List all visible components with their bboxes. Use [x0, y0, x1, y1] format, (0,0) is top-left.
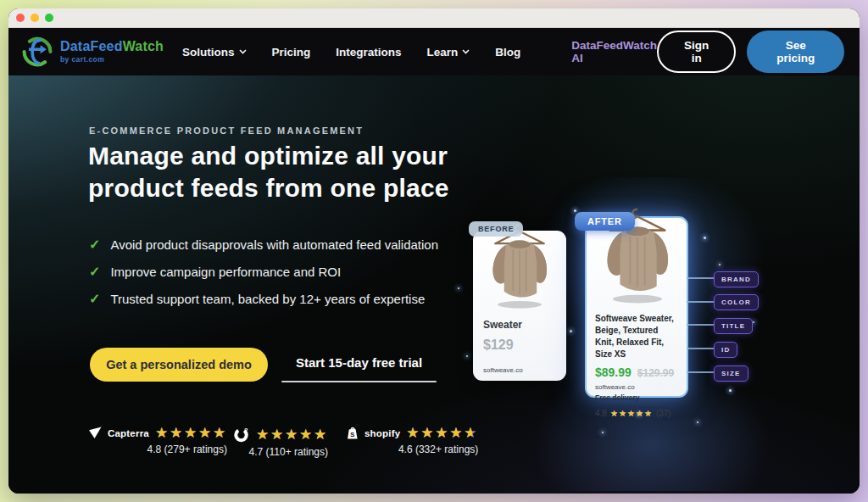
hero-headline: Manage and optimize all your product fee… [88, 140, 449, 204]
connector-line [687, 348, 715, 349]
sparkle [697, 421, 698, 423]
attribute-tag-color: COLOR [714, 294, 759, 310]
start-trial-link[interactable]: Start 15-day free trial [281, 348, 437, 382]
svg-text:2: 2 [244, 427, 248, 434]
before-badge: BEFORE [469, 221, 523, 237]
rating-shopify: S shopify ★★★★★★★★★★ 4.6 (332+ ratings) [346, 426, 478, 455]
nav-item-pricing[interactable]: Pricing [272, 46, 311, 59]
before-product-title: Sweater [483, 319, 556, 331]
sparkle [458, 287, 459, 289]
after-badge: AFTER [575, 212, 635, 231]
cta-row: Get a personalized demo Start 15-day fre… [90, 348, 437, 382]
rating-g2: 2 ★★★★★★★★★★ 4.7 (110+ ratings) [233, 426, 328, 458]
chevron-down-icon [462, 49, 470, 54]
checklist-item: ✓ Improve campaign performance and ROI [89, 264, 438, 280]
sparkle [602, 432, 604, 433]
connector-line [687, 301, 715, 303]
star-rating-icons: ★★★★★★★★★★ [155, 426, 227, 440]
nav-actions: Sign in See pricing [657, 31, 844, 73]
attribute-tag-size: SIZE [714, 365, 748, 382]
sparkle [753, 321, 754, 323]
trial-underline [281, 381, 437, 382]
star-rating-icons: ★★★★★★★★★★ [406, 426, 478, 440]
after-free-delivery: Free delivery [595, 393, 678, 402]
before-product-price: $129 [483, 337, 556, 353]
sparkle [466, 355, 468, 357]
svg-text:S: S [350, 431, 354, 438]
after-rating-value: 4.8 [595, 409, 607, 418]
capterra-icon [89, 427, 102, 439]
attribute-tag-title: TITLE [714, 318, 753, 334]
after-product-site: softweave.co [595, 383, 678, 391]
attribute-tag-id: ID [714, 342, 737, 358]
hero-section: E-COMMERCE PRODUCT FEED MANAGEMENT Manag… [8, 75, 860, 494]
shopify-label: shopify [364, 428, 400, 438]
after-rating-count: (37) [656, 409, 671, 418]
benefits-checklist: ✓ Avoid product disapprovals with automa… [89, 237, 438, 307]
before-product-card: Sweater $129 softweave.co [473, 231, 566, 381]
star-rating-icons: ★★★★★★★★★★ [256, 427, 328, 442]
minimize-window-button[interactable] [31, 14, 39, 22]
close-window-button[interactable] [16, 14, 25, 22]
get-demo-button[interactable]: Get a personalized demo [90, 348, 268, 382]
datafeedwatch-logo-icon [20, 35, 54, 69]
checklist-item: ✓ Trusted support team, backed by 12+ ye… [89, 291, 438, 307]
checkmark-icon: ✓ [89, 264, 100, 280]
capterra-score: 4.8 (279+ ratings) [89, 443, 227, 455]
sparkle [574, 209, 576, 212]
nav-item-learn[interactable]: Learn [427, 46, 470, 59]
shopify-score: 4.6 (332+ ratings) [346, 443, 478, 455]
after-product-card: Softweave Sweater, Beige, Textured Knit,… [585, 216, 688, 398]
sparkle [729, 389, 732, 392]
sparkle [704, 237, 706, 239]
checkmark-icon: ✓ [89, 291, 100, 307]
attribute-tag-brand: BRAND [714, 271, 759, 287]
logo-text-bycartcom: by cart.com [60, 55, 164, 64]
connector-line [687, 277, 715, 279]
sign-in-button[interactable]: Sign in [657, 31, 736, 73]
top-navigation: DataFeedWatch by cart.com Solutions Pric… [8, 28, 860, 75]
nav-item-integrations[interactable]: Integrations [336, 46, 401, 59]
checkmark-icon: ✓ [89, 237, 100, 253]
sparkle [719, 264, 721, 265]
hero-eyebrow: E-COMMERCE PRODUCT FEED MANAGEMENT [89, 126, 364, 136]
nav-item-datafeedwatch-ai[interactable]: DataFeedWatch AI [571, 39, 657, 64]
connector-line [687, 371, 715, 373]
after-rating-row: 4.8 ★★★★★★★★★★ (37) [595, 409, 678, 418]
window-titlebar [8, 8, 860, 28]
browser-window: DataFeedWatch by cart.com Solutions Pric… [8, 8, 860, 494]
g2-icon: 2 [233, 426, 250, 443]
sparkle [570, 330, 572, 332]
nav-item-solutions[interactable]: Solutions [182, 46, 247, 59]
rating-capterra: Capterra ★★★★★★★★★★ 4.8 (279+ ratings) [89, 426, 227, 455]
maximize-window-button[interactable] [45, 14, 53, 22]
g2-score: 4.7 (110+ ratings) [233, 446, 328, 458]
shopify-icon: S [346, 426, 359, 440]
after-price-new: $89.99 [595, 365, 632, 379]
after-price-row: $89.99 $129.99 [595, 365, 678, 379]
after-product-title: Softweave Sweater, Beige, Textured Knit,… [595, 313, 678, 360]
nav-item-blog[interactable]: Blog [495, 46, 520, 59]
star-rating-icons: ★★★★★★★★★★ [610, 410, 653, 418]
logo-text-watch: Watch [123, 39, 164, 53]
capterra-label: Capterra [108, 428, 149, 438]
before-product-site: softweave.co [483, 366, 556, 374]
nav-menu: Solutions Pricing Integrations Learn Blo… [182, 39, 657, 64]
after-price-old: $129.99 [637, 367, 674, 379]
see-pricing-button[interactable]: See pricing [747, 31, 844, 73]
logo-text-datafeed: DataFeed [60, 39, 123, 53]
datafeedwatch-logo[interactable]: DataFeedWatch by cart.com [20, 35, 164, 69]
connector-line [687, 324, 715, 326]
chevron-down-icon [239, 49, 247, 54]
checklist-item: ✓ Avoid product disapprovals with automa… [89, 237, 438, 253]
